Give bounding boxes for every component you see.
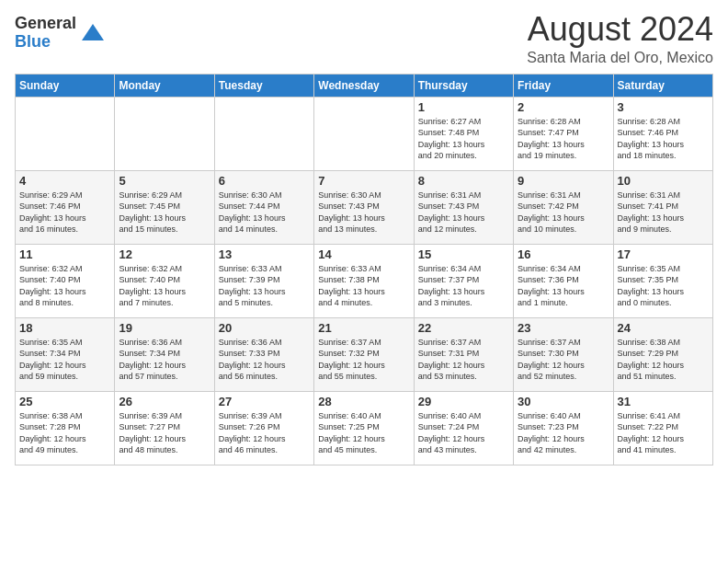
day-cell xyxy=(314,97,414,170)
day-cell: 1Sunrise: 6:27 AM Sunset: 7:48 PM Daylig… xyxy=(414,97,513,170)
day-cell: 24Sunrise: 6:38 AM Sunset: 7:29 PM Dayli… xyxy=(613,317,712,391)
main-title: August 2024 xyxy=(527,11,713,48)
day-cell: 2Sunrise: 6:28 AM Sunset: 7:47 PM Daylig… xyxy=(514,97,613,170)
day-cell: 16Sunrise: 6:34 AM Sunset: 7:36 PM Dayli… xyxy=(514,244,613,317)
day-info: Sunrise: 6:38 AM Sunset: 7:28 PM Dayligh… xyxy=(19,410,110,456)
day-info: Sunrise: 6:35 AM Sunset: 7:35 PM Dayligh… xyxy=(618,263,709,309)
day-info: Sunrise: 6:37 AM Sunset: 7:30 PM Dayligh… xyxy=(518,337,609,383)
day-number: 18 xyxy=(19,321,110,335)
day-cell: 23Sunrise: 6:37 AM Sunset: 7:30 PM Dayli… xyxy=(514,317,613,391)
day-info: Sunrise: 6:37 AM Sunset: 7:31 PM Dayligh… xyxy=(418,337,509,383)
day-cell: 22Sunrise: 6:37 AM Sunset: 7:31 PM Dayli… xyxy=(414,317,513,391)
day-cell: 3Sunrise: 6:28 AM Sunset: 7:46 PM Daylig… xyxy=(613,97,712,170)
day-number: 5 xyxy=(119,174,210,188)
header-tuesday: Tuesday xyxy=(214,74,313,97)
day-number: 28 xyxy=(318,395,409,408)
header-friday: Friday xyxy=(514,74,613,97)
day-info: Sunrise: 6:40 AM Sunset: 7:23 PM Dayligh… xyxy=(518,410,609,456)
day-info: Sunrise: 6:41 AM Sunset: 7:22 PM Dayligh… xyxy=(618,410,709,456)
day-info: Sunrise: 6:27 AM Sunset: 7:48 PM Dayligh… xyxy=(418,116,509,162)
day-number: 1 xyxy=(418,100,509,114)
week-row-4: 18Sunrise: 6:35 AM Sunset: 7:34 PM Dayli… xyxy=(16,317,713,391)
day-number: 11 xyxy=(19,247,110,261)
logo-icon xyxy=(80,20,106,46)
day-number: 19 xyxy=(119,321,210,335)
day-cell xyxy=(16,97,115,170)
logo-text: General Blue xyxy=(15,15,76,52)
calendar: Sunday Monday Tuesday Wednesday Thursday… xyxy=(15,74,713,465)
day-number: 24 xyxy=(618,321,709,335)
day-number: 29 xyxy=(418,395,509,408)
day-cell: 15Sunrise: 6:34 AM Sunset: 7:37 PM Dayli… xyxy=(414,244,513,317)
day-info: Sunrise: 6:33 AM Sunset: 7:38 PM Dayligh… xyxy=(318,263,409,309)
header-sunday: Sunday xyxy=(16,74,115,97)
svg-marker-0 xyxy=(82,24,104,40)
day-cell: 9Sunrise: 6:31 AM Sunset: 7:42 PM Daylig… xyxy=(514,170,613,244)
day-cell: 6Sunrise: 6:30 AM Sunset: 7:44 PM Daylig… xyxy=(214,170,313,244)
day-number: 27 xyxy=(219,395,310,408)
day-number: 17 xyxy=(618,247,709,261)
day-info: Sunrise: 6:37 AM Sunset: 7:32 PM Dayligh… xyxy=(318,337,409,383)
day-cell: 28Sunrise: 6:40 AM Sunset: 7:25 PM Dayli… xyxy=(314,391,414,465)
subtitle: Santa Maria del Oro, Mexico xyxy=(527,50,713,66)
day-number: 25 xyxy=(19,395,110,408)
header-row: Sunday Monday Tuesday Wednesday Thursday… xyxy=(16,74,713,97)
week-row-1: 1Sunrise: 6:27 AM Sunset: 7:48 PM Daylig… xyxy=(16,97,713,170)
day-number: 16 xyxy=(518,247,609,261)
day-cell: 10Sunrise: 6:31 AM Sunset: 7:41 PM Dayli… xyxy=(613,170,712,244)
day-info: Sunrise: 6:32 AM Sunset: 7:40 PM Dayligh… xyxy=(119,263,210,309)
day-number: 15 xyxy=(418,247,509,261)
day-cell: 29Sunrise: 6:40 AM Sunset: 7:24 PM Dayli… xyxy=(414,391,513,465)
logo-general: General xyxy=(15,15,76,33)
page: General Blue August 2024 Santa Maria del… xyxy=(0,0,728,563)
day-number: 22 xyxy=(418,321,509,335)
header: General Blue August 2024 Santa Maria del… xyxy=(15,11,713,66)
day-cell: 19Sunrise: 6:36 AM Sunset: 7:34 PM Dayli… xyxy=(115,317,214,391)
day-number: 9 xyxy=(518,174,609,188)
day-info: Sunrise: 6:28 AM Sunset: 7:46 PM Dayligh… xyxy=(618,116,709,162)
week-row-3: 11Sunrise: 6:32 AM Sunset: 7:40 PM Dayli… xyxy=(16,244,713,317)
day-info: Sunrise: 6:36 AM Sunset: 7:34 PM Dayligh… xyxy=(119,337,210,383)
day-number: 13 xyxy=(219,247,310,261)
header-thursday: Thursday xyxy=(414,74,513,97)
day-number: 12 xyxy=(119,247,210,261)
day-info: Sunrise: 6:39 AM Sunset: 7:26 PM Dayligh… xyxy=(219,410,310,456)
day-cell: 5Sunrise: 6:29 AM Sunset: 7:45 PM Daylig… xyxy=(115,170,214,244)
day-info: Sunrise: 6:31 AM Sunset: 7:41 PM Dayligh… xyxy=(618,190,709,236)
day-cell: 14Sunrise: 6:33 AM Sunset: 7:38 PM Dayli… xyxy=(314,244,414,317)
day-cell xyxy=(115,97,214,170)
day-info: Sunrise: 6:40 AM Sunset: 7:24 PM Dayligh… xyxy=(418,410,509,456)
day-info: Sunrise: 6:31 AM Sunset: 7:43 PM Dayligh… xyxy=(418,190,509,236)
day-info: Sunrise: 6:40 AM Sunset: 7:25 PM Dayligh… xyxy=(318,410,409,456)
logo-blue: Blue xyxy=(15,33,76,52)
day-info: Sunrise: 6:35 AM Sunset: 7:34 PM Dayligh… xyxy=(19,337,110,383)
logo: General Blue xyxy=(15,15,106,52)
day-cell xyxy=(214,97,313,170)
day-number: 26 xyxy=(119,395,210,408)
day-cell: 27Sunrise: 6:39 AM Sunset: 7:26 PM Dayli… xyxy=(214,391,313,465)
day-number: 4 xyxy=(19,174,110,188)
week-row-2: 4Sunrise: 6:29 AM Sunset: 7:46 PM Daylig… xyxy=(16,170,713,244)
title-area: August 2024 Santa Maria del Oro, Mexico xyxy=(527,11,713,66)
day-info: Sunrise: 6:32 AM Sunset: 7:40 PM Dayligh… xyxy=(19,263,110,309)
day-info: Sunrise: 6:38 AM Sunset: 7:29 PM Dayligh… xyxy=(618,337,709,383)
day-cell: 13Sunrise: 6:33 AM Sunset: 7:39 PM Dayli… xyxy=(214,244,313,317)
day-number: 3 xyxy=(618,100,709,114)
day-number: 23 xyxy=(518,321,609,335)
day-cell: 18Sunrise: 6:35 AM Sunset: 7:34 PM Dayli… xyxy=(16,317,115,391)
day-number: 8 xyxy=(418,174,509,188)
day-number: 2 xyxy=(518,100,609,114)
day-number: 20 xyxy=(219,321,310,335)
day-info: Sunrise: 6:34 AM Sunset: 7:36 PM Dayligh… xyxy=(518,263,609,309)
day-cell: 11Sunrise: 6:32 AM Sunset: 7:40 PM Dayli… xyxy=(16,244,115,317)
day-cell: 17Sunrise: 6:35 AM Sunset: 7:35 PM Dayli… xyxy=(613,244,712,317)
day-info: Sunrise: 6:33 AM Sunset: 7:39 PM Dayligh… xyxy=(219,263,310,309)
day-cell: 30Sunrise: 6:40 AM Sunset: 7:23 PM Dayli… xyxy=(514,391,613,465)
header-wednesday: Wednesday xyxy=(314,74,414,97)
day-info: Sunrise: 6:30 AM Sunset: 7:44 PM Dayligh… xyxy=(219,190,310,236)
day-info: Sunrise: 6:39 AM Sunset: 7:27 PM Dayligh… xyxy=(119,410,210,456)
header-saturday: Saturday xyxy=(613,74,712,97)
day-info: Sunrise: 6:31 AM Sunset: 7:42 PM Dayligh… xyxy=(518,190,609,236)
day-number: 30 xyxy=(518,395,609,408)
day-cell: 21Sunrise: 6:37 AM Sunset: 7:32 PM Dayli… xyxy=(314,317,414,391)
